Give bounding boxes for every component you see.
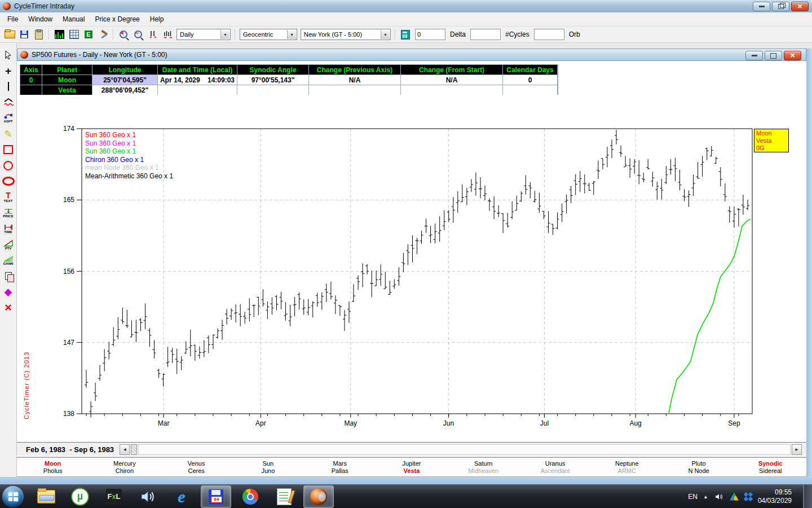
scrollbar-track[interactable] — [138, 444, 791, 455]
circle-tool-button[interactable] — [1, 158, 16, 173]
delete-tool-button[interactable]: ✕ — [1, 300, 16, 315]
scroll-left-button[interactable]: ◄ — [120, 444, 130, 455]
pointer-tool-button[interactable] — [1, 47, 16, 62]
aspect-wave-tool-button[interactable] — [1, 95, 16, 110]
language-indicator[interactable]: EN — [688, 493, 698, 501]
orb-label: Orb — [569, 30, 580, 38]
grid-icon — [69, 30, 79, 39]
minimize-button[interactable] — [753, 2, 770, 11]
child-minimize-button[interactable] — [745, 51, 763, 60]
planet-bottom-label: Sidereal — [759, 467, 782, 475]
gann-tool-button[interactable]: GANN — [1, 253, 16, 268]
dropbox-icon[interactable] — [744, 493, 752, 501]
calendar-days-cell: 0 — [503, 75, 558, 85]
calculator-icon — [401, 30, 410, 40]
planet-bar-item[interactable]: SaturnMidheaven — [448, 458, 519, 476]
price-tool-button[interactable]: PRICE — [1, 205, 16, 220]
scrollbar-thumb[interactable] — [131, 444, 137, 455]
rectangle-tool-button[interactable] — [1, 142, 16, 157]
cycles-input[interactable] — [470, 29, 501, 40]
scroll-right-button[interactable]: ► — [792, 444, 802, 455]
timezone-dropdown[interactable]: New York (GT - 5:00) ▼ — [301, 29, 391, 40]
planet-bar-item[interactable]: VenusCeres — [161, 458, 232, 476]
grid-view-button[interactable] — [67, 28, 81, 41]
planet-top-label: Mars — [333, 460, 346, 467]
compress-bars-button[interactable] — [146, 28, 160, 41]
planet-bar-item[interactable]: NeptuneARMC — [591, 458, 663, 476]
chart-view-button[interactable] — [52, 28, 66, 41]
vertical-line-tool-button[interactable] — [1, 79, 16, 94]
planet-bar-item[interactable]: MercuryChiron — [89, 458, 160, 476]
book-tool-button[interactable]: ◆ — [1, 284, 16, 299]
tray-expand-icon[interactable]: ▲ — [703, 494, 708, 500]
pencil-tool-button[interactable]: ✎ — [1, 126, 16, 141]
copy-tool-button[interactable] — [1, 269, 16, 283]
svg-text:Mean-Arithmetic 360 Geo x 1: Mean-Arithmetic 360 Geo x 1 — [85, 172, 173, 180]
taskbar-data-file[interactable] — [201, 485, 231, 508]
clock[interactable]: 09:55 04/03/2029 — [758, 488, 792, 505]
coordinate-dropdown[interactable]: Geocentric ▼ — [240, 29, 297, 40]
planet-bar-item[interactable]: MoonPholus — [17, 458, 89, 476]
planet-bar-item[interactable]: UranusAscendant — [519, 458, 591, 476]
main-titlebar[interactable]: CycleTimer Intraday ✕ — [0, 0, 812, 13]
ellipse-tool-button[interactable] — [1, 174, 16, 189]
close-button[interactable]: ✕ — [791, 2, 809, 11]
tools-button[interactable] — [96, 28, 110, 41]
tray-speaker-icon[interactable] — [714, 492, 724, 501]
compress-bars-icon — [148, 30, 158, 40]
orb-input[interactable] — [534, 29, 564, 40]
zoom-in-button[interactable]: + — [117, 28, 130, 41]
window-frame-right — [806, 49, 812, 478]
planet-bar-item[interactable]: SunJuno — [232, 458, 304, 476]
planet-bar-item[interactable]: SynodicSidereal — [735, 458, 806, 476]
speaker-icon — [139, 489, 156, 505]
planet-bar-item[interactable]: JupiterVesta — [376, 458, 447, 476]
expand-bars-button[interactable] — [161, 28, 174, 41]
legend-line: Vesta — [756, 137, 787, 144]
open-button[interactable] — [3, 28, 16, 41]
aspect-tool-button[interactable]: ASPT — [1, 111, 16, 125]
menu-price-x-degree[interactable]: Price x Degree — [90, 13, 144, 25]
taskbar-notepad[interactable] — [270, 486, 299, 507]
taskbar-explorer[interactable] — [32, 486, 61, 507]
column-header: Change (Previous Axis) — [309, 65, 401, 75]
show-desktop-button[interactable] — [803, 485, 812, 508]
crosshair-tool-button[interactable]: + — [1, 63, 16, 78]
svg-text:156: 156 — [63, 268, 74, 275]
time-tool-button[interactable]: TIME — [1, 221, 16, 236]
zoom-out-button[interactable]: − — [131, 28, 145, 41]
start-button[interactable] — [2, 486, 24, 507]
ephemeris-button[interactable]: E — [82, 28, 95, 41]
child-close-button[interactable]: ✕ — [784, 51, 801, 60]
google-drive-icon[interactable] — [730, 493, 739, 501]
planet-bar-item[interactable]: MarsPallas — [304, 458, 376, 476]
delta-input[interactable]: 0 — [415, 29, 445, 40]
taskbar-utorrent[interactable]: µ — [65, 486, 95, 507]
taskbar-chrome[interactable] — [236, 486, 265, 507]
menu-help[interactable]: Help — [145, 13, 169, 25]
calculator-button[interactable] — [399, 28, 412, 41]
child-maximize-button[interactable] — [765, 51, 782, 60]
taskbar-fxl[interactable]: FxL — [99, 486, 129, 507]
restore-button[interactable] — [772, 2, 789, 11]
planet-bar-item[interactable]: PlutoN Node — [663, 458, 734, 476]
interval-dropdown[interactable]: Daily ▼ — [176, 29, 231, 40]
taskbar-cycletimer[interactable] — [303, 485, 334, 508]
calendar-days-cell — [503, 85, 558, 95]
menu-file[interactable]: File — [2, 13, 23, 25]
save-button[interactable] — [17, 28, 31, 41]
paste-button[interactable] — [32, 28, 46, 41]
column-header: Planet — [42, 65, 92, 75]
chart-icon — [55, 30, 64, 39]
svg-text:Sun 360 Geo x 1: Sun 360 Geo x 1 — [85, 139, 136, 147]
menu-manual[interactable]: Manual — [58, 13, 90, 25]
price-chart-canvas[interactable]: MarAprMayJunJulAugSep138147156165174Sun … — [20, 95, 806, 442]
taskbar-internet-explorer[interactable]: e — [167, 486, 196, 507]
chart-window-titlebar[interactable]: SP500 Futures - Daily - New York (GT - 5… — [17, 49, 806, 61]
column-header: Calendar Days — [503, 65, 558, 75]
axis-data-table: Axis Planet Longitude Date and Time (Loc… — [20, 64, 558, 96]
text-tool-button[interactable]: TTEXT — [1, 190, 16, 204]
ptv-tool-button[interactable]: PTV — [1, 237, 16, 252]
taskbar-volume-app[interactable] — [133, 486, 162, 507]
menu-window[interactable]: Window — [23, 13, 58, 25]
